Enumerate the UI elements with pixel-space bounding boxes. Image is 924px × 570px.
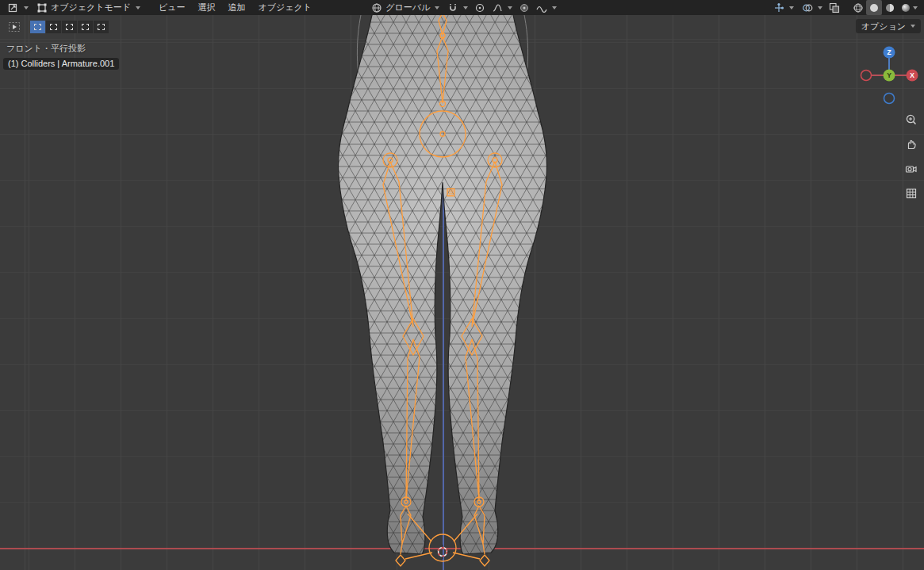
global-orientation-icon: [371, 2, 382, 13]
active-object-breadcrumb: (1) Colliders | Armature.001: [3, 58, 119, 70]
x-axis-line: [0, 548, 924, 549]
gizmo-x-label: X: [910, 71, 914, 79]
options-label: オプション: [861, 21, 906, 33]
magnet-snap-icon: [447, 2, 458, 13]
toggle-xray-icon: [829, 2, 840, 13]
options-button[interactable]: オプション: [856, 19, 921, 33]
menu-view[interactable]: ビュー: [152, 0, 192, 15]
top-bar: オブジェクトモード ビュー 選択 追加 オブジェクト グローバル: [0, 0, 924, 15]
menu-select[interactable]: 選択: [192, 0, 222, 15]
shading-solid-button[interactable]: [866, 0, 882, 15]
gizmo-axis-x-neg: [861, 71, 872, 81]
z-axis-line: [443, 15, 444, 570]
dropdown-chevron-icon: [789, 6, 794, 10]
shading-solid-icon: [868, 2, 880, 13]
select-intersect-icon: [98, 24, 105, 30]
select-extend-icon: [50, 24, 57, 30]
viewport-3d[interactable]: [0, 15, 924, 570]
dropdown-chevron-icon: [552, 6, 557, 10]
proportional-falloff-icon: [492, 2, 503, 13]
select-invert-icon: [82, 24, 89, 30]
show-overlays-toggle[interactable]: [798, 0, 826, 15]
dropdown-chevron-icon: [911, 25, 915, 28]
camera-view-button[interactable]: [903, 161, 919, 177]
camera-view-icon: [905, 163, 918, 175]
dropdown-chevron-icon: [818, 6, 822, 10]
select-mode-extend[interactable]: [46, 21, 61, 33]
select-mode-invert[interactable]: [78, 21, 93, 33]
dropdown-chevron-icon: [463, 6, 468, 10]
object-mode-icon: [36, 2, 48, 13]
select-box-icon: [34, 24, 41, 30]
show-gizmo-toggle[interactable]: [769, 0, 798, 15]
header-right-cluster: [769, 0, 920, 15]
snap-toggle[interactable]: [443, 0, 472, 15]
show-overlays-icon: [802, 2, 813, 13]
smooth-curve-icon: [536, 2, 547, 13]
dropdown-chevron-icon: [435, 6, 439, 10]
editor-type-button[interactable]: [4, 0, 33, 15]
shading-wireframe-icon: [853, 2, 864, 13]
smooth-falloff-selector[interactable]: [532, 0, 561, 15]
proportional-falloff-selector[interactable]: [488, 0, 516, 15]
shading-rendered-button[interactable]: [898, 0, 920, 15]
snap-target-toggle[interactable]: [516, 0, 532, 15]
mode-selector[interactable]: オブジェクトモード: [33, 0, 144, 15]
gizmo-y-label: Y: [887, 71, 891, 79]
select-mode-intersect[interactable]: [94, 21, 109, 33]
axis-gizmo[interactable]: Z X Y: [860, 44, 920, 108]
menu-object[interactable]: オブジェクト: [252, 0, 319, 15]
mode-label: オブジェクトモード: [51, 2, 131, 13]
dropdown-chevron-icon: [24, 6, 29, 10]
pan-hand-icon: [905, 138, 918, 151]
gizmo-axis-z-neg: [884, 94, 895, 104]
pan-button[interactable]: [903, 136, 919, 152]
dropdown-chevron-icon: [136, 6, 140, 10]
transform-orientation-selector[interactable]: グローバル: [367, 0, 443, 15]
viewport-nav-icons: [903, 112, 919, 201]
select-mode-subtract[interactable]: [62, 21, 77, 33]
select-mode-set[interactable]: [30, 21, 45, 33]
shading-rendered-icon: [900, 2, 911, 13]
shading-material-icon: [884, 2, 895, 13]
toolbar-toggle-button[interactable]: [6, 21, 23, 33]
shading-wireframe-button[interactable]: [850, 0, 866, 15]
toggle-grid-button[interactable]: [903, 186, 919, 201]
zoom-icon: [905, 113, 918, 126]
target-circle-icon: [519, 2, 530, 13]
shading-material-button[interactable]: [882, 0, 898, 15]
zoom-button[interactable]: [903, 112, 919, 128]
toggle-grid-icon: [905, 187, 918, 200]
show-gizmo-icon: [773, 2, 784, 13]
select-subtract-icon: [66, 24, 73, 30]
toggle-xray-button[interactable]: [826, 0, 842, 15]
dropdown-chevron-icon: [508, 6, 512, 10]
gizmo-z-label: Z: [887, 48, 891, 56]
editor-type-icon: [8, 2, 19, 13]
proportional-editing-toggle[interactable]: [472, 0, 488, 15]
view-mode-label: フロント・平行投影: [6, 43, 86, 55]
dropdown-chevron-icon: [913, 6, 918, 10]
menu-add[interactable]: 追加: [222, 0, 252, 15]
toolbar-toggle-icon: [9, 22, 20, 32]
select-mode-group: [30, 21, 109, 33]
proportional-editing-icon: [474, 2, 485, 13]
orientation-label: グローバル: [385, 2, 430, 13]
